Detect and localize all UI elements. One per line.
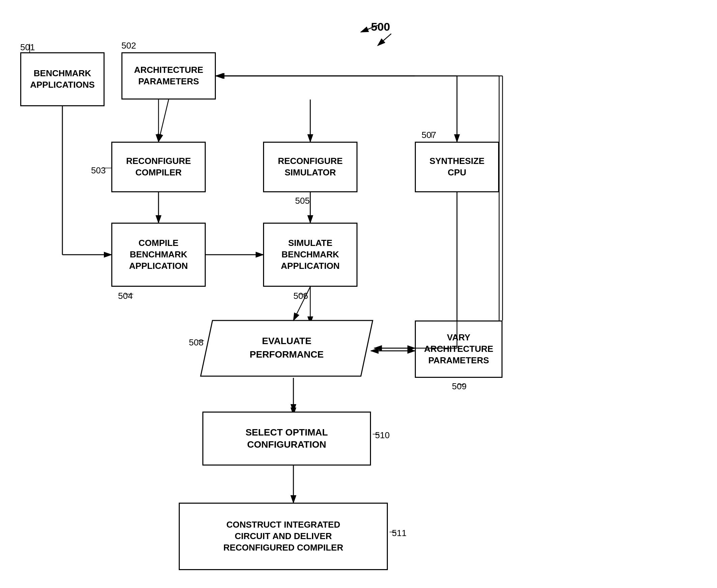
label-505: 505 [295,196,310,206]
svg-marker-25 [201,320,373,376]
construct-ic-box: CONSTRUCT INTEGRATEDCIRCUIT AND DELIVERR… [179,503,388,570]
label-504-line [123,291,136,297]
compile-benchmark-box: COMPILEBENCHMARKAPPLICATION [111,223,206,287]
svg-line-1 [158,100,169,142]
svg-text:EVALUATE: EVALUATE [262,336,312,346]
benchmark-applications-box: BENCHMARKAPPLICATIONS [20,52,105,106]
diagram-container: 500 BENCHMARKAPPLICATIONS 501 ARCHITECTU… [0,0,717,588]
label-508-line [196,337,206,344]
label-502: 502 [122,41,136,51]
label-501-arrow [20,37,40,57]
svg-line-18 [361,25,378,32]
svg-text:PERFORMANCE: PERFORMANCE [249,349,323,360]
vary-arch-params-box: VARYARCHITECTUREPARAMETERS [415,320,502,378]
label-510-line [371,431,381,438]
reconfigure-compiler-box: RECONFIGURECOMPILER [111,142,206,192]
simulate-benchmark-box: SIMULATEBENCHMARKAPPLICATION [263,223,357,287]
select-optimal-box: SELECT OPTIMALCONFIGURATION [202,412,371,465]
title-arrow [354,20,381,34]
evaluate-performance-shape: EVALUATE PERFORMANCE [199,319,374,378]
label-506-line [297,291,310,297]
label-511-line [388,529,398,536]
flow-arrows [0,0,717,588]
label-503-line [101,165,115,171]
label-509-line [456,381,466,388]
synthesize-cpu-box: SYNTHESIZECPU [415,142,499,192]
label-507-line [428,129,442,139]
architecture-parameters-box: ARCHITECTUREPARAMETERS [122,52,216,100]
reconfigure-simulator-box: RECONFIGURESIMULATOR [263,142,357,192]
